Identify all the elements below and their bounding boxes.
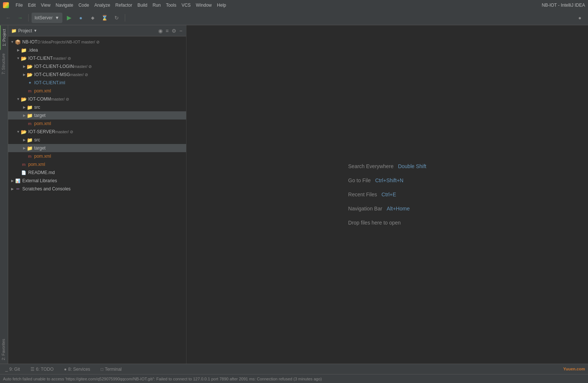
tree-icon-target2: 📁 xyxy=(27,145,33,151)
tab-git[interactable]: ⎯ 9: Git xyxy=(3,366,22,373)
back-button[interactable]: ← xyxy=(3,13,13,23)
tree-item-iot-client-iml[interactable]: ✦IOT-CLIENT.iml xyxy=(8,79,186,87)
reload-button[interactable]: ↻ xyxy=(111,13,122,23)
extra-button-1[interactable]: ● xyxy=(575,13,585,23)
tree-suffix-iot-client: master/ ⊘ xyxy=(53,56,71,61)
gear-icon[interactable]: ⚙ xyxy=(171,27,177,35)
tree-item-pom4[interactable]: mpom.xml xyxy=(8,160,186,168)
tree-suffix-iot-client-msg: master/ ⊘ xyxy=(70,72,88,77)
tree-icon-pom4: m xyxy=(21,161,27,167)
tree-arrow-scratches[interactable]: ▶ xyxy=(10,186,15,192)
tab-terminal[interactable]: □ Terminal xyxy=(98,366,124,373)
menu-item-view[interactable]: View xyxy=(39,2,53,9)
project-header-icons: ◉ ≡ ⚙ − xyxy=(157,27,183,35)
tab-services[interactable]: ● 8: Services xyxy=(62,366,92,373)
menu-item-analyze[interactable]: Analyze xyxy=(92,2,113,9)
drop-files-label: Drop files here to open xyxy=(348,220,401,226)
minimize-icon[interactable]: − xyxy=(179,27,183,35)
editor-area[interactable]: Search Everywhere Double Shift Go to Fil… xyxy=(186,25,588,364)
tree-suffix-iot-server: master/ ⊘ xyxy=(55,130,73,134)
terminal-icon: □ xyxy=(101,367,103,372)
tree-label-iot-client-iml: IOT-CLIENT.iml xyxy=(34,80,65,85)
equalizer-icon[interactable]: ≡ xyxy=(165,27,169,35)
menu-item-build[interactable]: Build xyxy=(135,2,150,9)
tree-arrow-src1[interactable]: ▶ xyxy=(22,105,27,110)
title-bar: FileEditViewNavigateCodeAnalyzeRefactorB… xyxy=(0,0,588,10)
tree-item-src1[interactable]: ▶📁src xyxy=(8,103,186,111)
menu-item-run[interactable]: Run xyxy=(150,2,163,9)
profile-button[interactable]: ⌛ xyxy=(100,13,110,23)
menu-item-file[interactable]: File xyxy=(13,2,25,9)
menu-item-navigate[interactable]: Navigate xyxy=(53,2,75,9)
tree-arrow-iot-server[interactable]: ▼ xyxy=(16,129,21,134)
tree-icon-iot-client-login: 📂 xyxy=(27,63,33,69)
drop-files-row: Drop files here to open xyxy=(348,220,401,226)
menu-item-help[interactable]: Help xyxy=(215,2,228,9)
tree-arrow-target2[interactable]: ▶ xyxy=(22,145,27,151)
recent-files-row: Recent Files Ctrl+E xyxy=(348,192,396,197)
coverage-button[interactable]: ◆ xyxy=(88,13,98,23)
menu-item-code[interactable]: Code xyxy=(76,2,91,9)
goto-file-label: Go to File xyxy=(348,177,371,183)
sidebar-item-project[interactable]: 1: Project xyxy=(0,25,8,50)
tree-arrow-idea[interactable]: ▶ xyxy=(16,48,21,53)
tab-todo[interactable]: ☰ 6: TODO xyxy=(28,366,56,373)
tree-item-scratches[interactable]: ▶✏Scratches and Consoles xyxy=(8,185,186,193)
tree-arrow-src2[interactable]: ▶ xyxy=(22,137,27,143)
tree-item-target1[interactable]: ▶📁target xyxy=(8,111,186,120)
sidebar-item-favorites[interactable]: 2: Favorites xyxy=(0,335,8,364)
tree-icon-pom3: m xyxy=(27,153,33,159)
tree-item-pom2[interactable]: mpom.xml xyxy=(8,120,186,128)
tree-arrow-target1[interactable]: ▶ xyxy=(22,113,27,118)
scope-icon[interactable]: ◉ xyxy=(157,27,163,35)
tree-item-pom3[interactable]: mpom.xml xyxy=(8,152,186,160)
tree-arrow-nb-iot[interactable]: ▼ xyxy=(10,39,15,45)
tab-todo-label: 6: TODO xyxy=(36,367,54,372)
run-button[interactable]: ▶ xyxy=(64,13,74,23)
debug-button[interactable]: ● xyxy=(76,13,86,23)
menu-item-refactor[interactable]: Refactor xyxy=(113,2,134,9)
tree-icon-iot-server: 📂 xyxy=(21,129,27,135)
project-title: 📁 Project ▼ xyxy=(11,28,37,33)
tree-item-pom1[interactable]: mpom.xml xyxy=(8,87,186,95)
tree-item-ext-libs[interactable]: ▶📊External Libraries xyxy=(8,177,186,185)
menu-item-window[interactable]: Window xyxy=(194,2,214,9)
window-title: NB-IOT - IntelliJ IDEA xyxy=(542,3,585,8)
chevron-down-icon[interactable]: ▼ xyxy=(33,29,37,33)
project-panel-header: 📁 Project ▼ ◉ ≡ ⚙ − xyxy=(8,25,186,36)
tree-arrow-iot-comm[interactable]: ▼ xyxy=(16,96,21,102)
tree-item-iot-comm[interactable]: ▼📂IOT-COMM master/ ⊘ xyxy=(8,95,186,103)
sidebar-item-structure[interactable]: 7: Structure xyxy=(0,50,8,78)
side-tabs: 1: Project 7: Structure 2: Favorites xyxy=(0,25,8,364)
run-config-selector[interactable]: IotServer ▼ xyxy=(32,13,62,23)
tree-item-idea[interactable]: ▶📁.idea xyxy=(8,46,186,54)
tree-label-pom1: pom.xml xyxy=(34,88,51,94)
menu-bar: FileEditViewNavigateCodeAnalyzeRefactorB… xyxy=(13,2,228,9)
bottom-bar: ⎯ 9: Git ☰ 6: TODO ● 8: Services □ Termi… xyxy=(0,364,588,374)
tree-item-readme[interactable]: 📄README.md xyxy=(8,168,186,177)
tree-item-iot-server[interactable]: ▼📂IOT-SERVER master/ ⊘ xyxy=(8,128,186,136)
forward-button[interactable]: → xyxy=(15,13,25,23)
tree-item-src2[interactable]: ▶📁src xyxy=(8,136,186,144)
tree-item-iot-client[interactable]: ▼📂IOT-CLIENT master/ ⊘ xyxy=(8,54,186,62)
tree-arrow-iot-client[interactable]: ▼ xyxy=(16,56,21,61)
tree-item-iot-client-login[interactable]: ▶📂IOT-CLIENT-LOGIN master/ ⊘ xyxy=(8,62,186,71)
recent-files-label: Recent Files xyxy=(348,192,377,197)
tree-arrow-ext-libs[interactable]: ▶ xyxy=(10,178,15,183)
menu-item-edit[interactable]: Edit xyxy=(26,2,38,9)
tree-item-nb-iot[interactable]: ▼📦NB-IOT D:\IdeaProjects\NB-IOT master/ … xyxy=(8,38,186,46)
tree-item-iot-client-msg[interactable]: ▶📂IOT-CLIENT-MSG master/ ⊘ xyxy=(8,71,186,79)
tree-label-iot-comm: IOT-COMM xyxy=(28,96,51,102)
main-content: 1: Project 7: Structure 2: Favorites 📁 P… xyxy=(0,25,588,364)
menu-item-tools[interactable]: Tools xyxy=(164,2,179,9)
status-message: Auto fetch failed unable to access 'http… xyxy=(3,377,322,381)
tree-label-readme: README.md xyxy=(28,170,55,175)
folder-icon: 📁 xyxy=(11,28,17,33)
tree-arrow-iot-client-msg[interactable]: ▶ xyxy=(22,72,27,77)
tree-label-iot-server: IOT-SERVER xyxy=(28,129,55,134)
tree-arrow-iot-client-login[interactable]: ▶ xyxy=(22,64,27,69)
tree-item-target2[interactable]: ▶📁target xyxy=(8,144,186,152)
menu-item-vcs[interactable]: VCS xyxy=(179,2,193,9)
tree-label-nb-iot: NB-IOT xyxy=(22,39,38,45)
todo-icon: ☰ xyxy=(30,367,35,372)
